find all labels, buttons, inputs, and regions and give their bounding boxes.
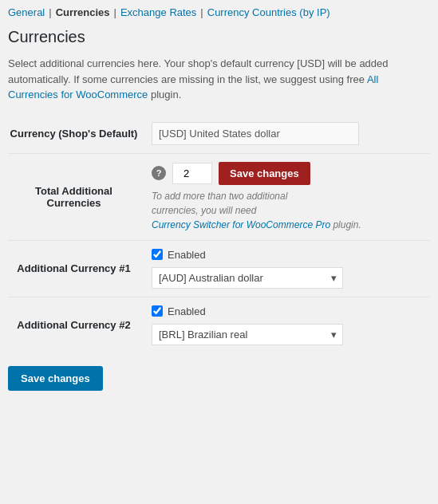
additional-currency-1-enabled-label: Enabled bbox=[168, 249, 206, 261]
additional-currency-1-td: Enabled [AUD] Australian dollar [USD] Un… bbox=[152, 240, 430, 297]
total-currencies-label: Total Additional Currencies bbox=[8, 153, 152, 240]
additional-currency-1-enabled-row: Enabled bbox=[152, 249, 430, 261]
help-icon[interactable]: ? bbox=[152, 166, 166, 180]
additional-currency-2-select[interactable]: [BRL] Brazilian real [USD] United States… bbox=[152, 324, 343, 345]
nav-tabs: General | Currencies | Exchange Rates | … bbox=[8, 0, 430, 18]
nav-sep-1: | bbox=[49, 6, 51, 18]
additional-currency-2-label: Additional Currency #2 bbox=[8, 297, 152, 353]
default-currency-input bbox=[152, 122, 359, 145]
total-currencies-input[interactable] bbox=[172, 163, 212, 184]
additional-currency-2-enabled-row: Enabled bbox=[152, 305, 430, 317]
save-changes-bottom-button[interactable]: Save changes bbox=[8, 366, 103, 391]
save-changes-top-button[interactable]: Save changes bbox=[219, 162, 310, 185]
nav-currency-countries[interactable]: Currency Countries (by IP) bbox=[207, 6, 330, 18]
additional-currency-2-enabled-label: Enabled bbox=[168, 305, 206, 317]
total-currencies-td: ? Save changes To add more than two addi… bbox=[152, 153, 430, 240]
additional-currency-1-row: Additional Currency #1 Enabled [AUD] Aus… bbox=[8, 240, 430, 297]
currency-switcher-link[interactable]: Currency Switcher for WooCommerce Pro bbox=[152, 219, 330, 230]
total-currencies-row: Total Additional Currencies ? Save chang… bbox=[8, 153, 430, 240]
additional-currency-2-select-wrap: [BRL] Brazilian real [USD] United States… bbox=[152, 324, 343, 345]
additional-currency-1-checkbox[interactable] bbox=[152, 249, 163, 260]
currency-note: To add more than two additional currenci… bbox=[152, 189, 430, 232]
nav-exchange-rates[interactable]: Exchange Rates bbox=[120, 6, 196, 18]
additional-currency-1-select-wrap: [AUD] Australian dollar [USD] United Sta… bbox=[152, 267, 343, 289]
nav-sep-2: | bbox=[114, 6, 116, 18]
total-currencies-inline: ? Save changes bbox=[152, 162, 430, 185]
nav-sep-3: | bbox=[200, 6, 203, 18]
nav-currencies[interactable]: Currencies bbox=[56, 6, 110, 18]
additional-currency-2-row: Additional Currency #2 Enabled [BRL] Bra… bbox=[8, 297, 430, 353]
default-currency-label: Currency (Shop's Default) bbox=[8, 114, 152, 154]
additional-currency-1-select[interactable]: [AUD] Australian dollar [USD] United Sta… bbox=[152, 267, 343, 289]
default-currency-row: Currency (Shop's Default) bbox=[8, 114, 430, 154]
additional-currency-2-td: Enabled [BRL] Brazilian real [USD] Unite… bbox=[152, 297, 430, 353]
additional-currency-2-checkbox[interactable] bbox=[152, 305, 163, 317]
page-title: Currencies bbox=[8, 28, 430, 46]
settings-form: Currency (Shop's Default) Total Addition… bbox=[8, 114, 430, 353]
default-currency-td bbox=[152, 114, 430, 154]
nav-general[interactable]: General bbox=[8, 6, 45, 18]
page-description: Select additional currencies here. Your … bbox=[8, 56, 430, 103]
additional-currency-1-label: Additional Currency #1 bbox=[8, 240, 152, 297]
